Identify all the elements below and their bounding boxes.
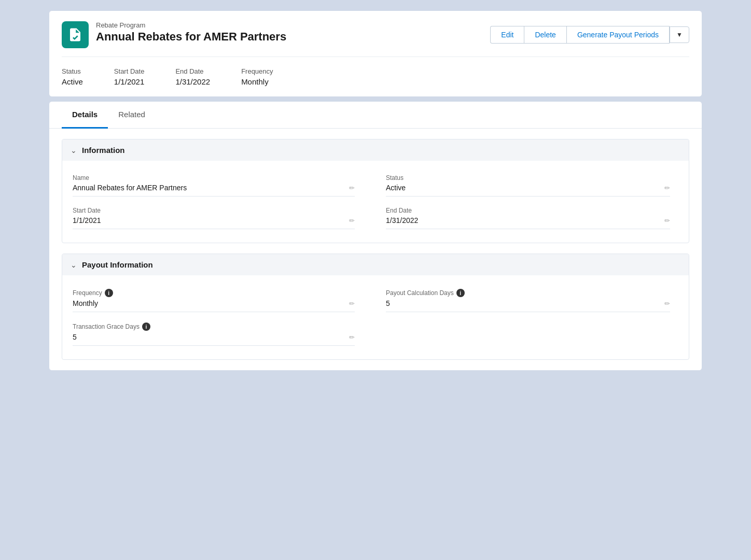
field-frequency-value: Monthly <box>73 299 98 307</box>
summary-end-date: End Date 1/31/2022 <box>175 67 210 86</box>
field-status-value: Active <box>386 184 406 192</box>
header-card: Rebate Program Annual Rebates for AMER P… <box>49 10 702 97</box>
field-name-label: Name <box>73 174 355 181</box>
field-frequency-value-row: Monthly ✏ <box>73 299 355 312</box>
field-payout-calc-days-label: Payout Calculation Days <box>386 289 454 297</box>
tab-details[interactable]: Details <box>62 102 108 129</box>
field-name-value-row: Annual Rebates for AMER Partners ✏ <box>73 184 355 197</box>
field-end-date: End Date 1/31/2022 ✏ <box>376 202 678 234</box>
summary-frequency: Frequency Monthly <box>241 67 273 86</box>
summary-frequency-label: Frequency <box>241 67 273 75</box>
field-empty-placeholder <box>376 317 678 351</box>
information-fields-grid: Name Annual Rebates for AMER Partners ✏ … <box>62 161 689 243</box>
header-title-group: Rebate Program Annual Rebates for AMER P… <box>96 21 286 44</box>
field-status: Status Active ✏ <box>376 169 678 202</box>
payout-information-section-header[interactable]: ⌄ Payout Information <box>62 254 689 275</box>
information-section-title: Information <box>82 146 125 155</box>
delete-button[interactable]: Delete <box>524 26 566 44</box>
field-payout-calc-days-label-group: Payout Calculation Days i <box>386 289 670 297</box>
field-payout-calc-days: Payout Calculation Days i 5 ✏ <box>376 284 678 317</box>
summary-end-date-label: End Date <box>175 67 210 75</box>
tabs: Details Related <box>49 102 702 129</box>
field-end-date-value: 1/31/2022 <box>386 216 418 225</box>
field-payout-calc-days-value-row: 5 ✏ <box>386 299 670 312</box>
header-actions: Edit Delete Generate Payout Periods ▼ <box>490 26 689 44</box>
actions-dropdown-button[interactable]: ▼ <box>670 26 689 43</box>
header-top: Rebate Program Annual Rebates for AMER P… <box>62 21 689 48</box>
summary-start-date-label: Start Date <box>114 67 145 75</box>
field-end-date-edit-icon[interactable]: ✏ <box>664 217 670 225</box>
information-section-header[interactable]: ⌄ Information <box>62 139 689 161</box>
dropdown-chevron-icon: ▼ <box>676 31 683 38</box>
payout-chevron-icon: ⌄ <box>71 261 77 269</box>
summary-row: Status Active Start Date 1/1/2021 End Da… <box>62 57 689 86</box>
summary-frequency-value: Monthly <box>241 77 273 86</box>
field-end-date-value-row: 1/31/2022 ✏ <box>386 216 670 229</box>
field-name: Name Annual Rebates for AMER Partners ✏ <box>73 169 376 202</box>
field-end-date-label: End Date <box>386 207 670 214</box>
header-left: Rebate Program Annual Rebates for AMER P… <box>62 21 286 48</box>
generate-payout-periods-button[interactable]: Generate Payout Periods <box>566 26 670 44</box>
field-transaction-grace-days-label: Transaction Grace Days <box>73 323 140 330</box>
field-frequency: Frequency i Monthly ✏ <box>73 284 376 317</box>
field-transaction-grace-days-label-group: Transaction Grace Days i <box>73 323 355 331</box>
field-start-date-value-row: 1/1/2021 ✏ <box>73 216 355 229</box>
tab-related[interactable]: Related <box>108 102 156 129</box>
summary-status: Status Active <box>62 67 83 86</box>
field-transaction-grace-days-value-row: 5 ✏ <box>73 333 355 346</box>
field-start-date-edit-icon[interactable]: ✏ <box>349 217 355 225</box>
field-transaction-grace-days: Transaction Grace Days i 5 ✏ <box>73 317 376 351</box>
summary-start-date: Start Date 1/1/2021 <box>114 67 145 86</box>
field-status-value-row: Active ✏ <box>386 184 670 197</box>
field-frequency-edit-icon[interactable]: ✏ <box>349 300 355 307</box>
field-start-date-label: Start Date <box>73 207 355 214</box>
field-transaction-grace-days-value: 5 <box>73 333 77 341</box>
field-start-date-value: 1/1/2021 <box>73 216 101 225</box>
field-start-date: Start Date 1/1/2021 ✏ <box>73 202 376 234</box>
summary-end-date-value: 1/31/2022 <box>175 77 210 86</box>
field-status-edit-icon[interactable]: ✏ <box>664 184 670 192</box>
field-transaction-grace-days-edit-icon[interactable]: ✏ <box>349 333 355 341</box>
payout-calc-days-info-icon[interactable]: i <box>456 289 465 297</box>
payout-fields-grid: Frequency i Monthly ✏ Payout Calculation… <box>62 275 689 359</box>
field-name-edit-icon[interactable]: ✏ <box>349 184 355 192</box>
summary-start-date-value: 1/1/2021 <box>114 77 145 86</box>
record-name: Annual Rebates for AMER Partners <box>96 30 286 44</box>
summary-status-value: Active <box>62 77 83 86</box>
payout-section-title: Payout Information <box>82 260 153 269</box>
field-frequency-label: Frequency <box>73 289 102 297</box>
rebate-program-icon <box>67 27 83 43</box>
detail-card: Details Related ⌄ Information Name Annua… <box>49 101 702 371</box>
information-chevron-icon: ⌄ <box>71 146 77 155</box>
summary-status-label: Status <box>62 67 83 75</box>
field-frequency-label-group: Frequency i <box>73 289 355 297</box>
record-type: Rebate Program <box>96 21 286 29</box>
field-name-value: Annual Rebates for AMER Partners <box>73 184 187 192</box>
field-status-label: Status <box>386 174 670 181</box>
transaction-grace-days-info-icon[interactable]: i <box>142 323 150 331</box>
page-container: Rebate Program Annual Rebates for AMER P… <box>49 10 702 371</box>
field-payout-calc-days-edit-icon[interactable]: ✏ <box>664 300 670 307</box>
app-icon <box>62 21 89 48</box>
field-payout-calc-days-value: 5 <box>386 299 390 307</box>
payout-information-section: ⌄ Payout Information Frequency i Monthly… <box>62 254 689 360</box>
frequency-info-icon[interactable]: i <box>105 289 113 297</box>
edit-button[interactable]: Edit <box>490 26 524 44</box>
information-section: ⌄ Information Name Annual Rebates for AM… <box>62 139 689 243</box>
